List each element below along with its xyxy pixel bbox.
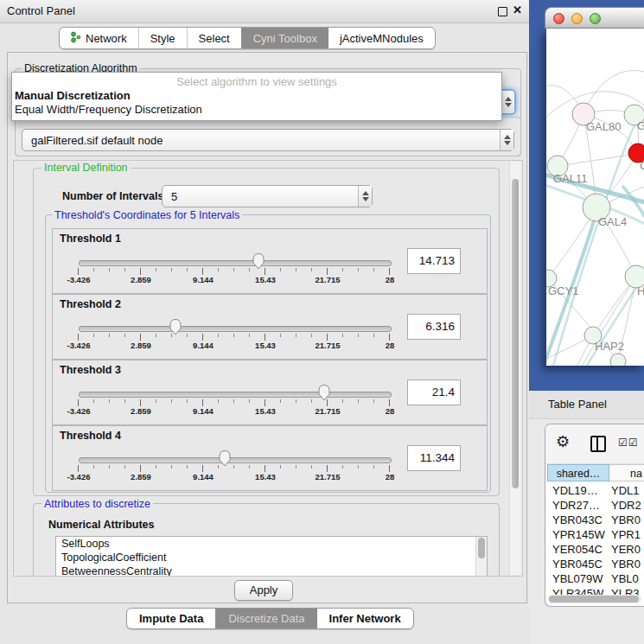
node-label: C bbox=[640, 159, 644, 172]
network-icon bbox=[71, 31, 81, 46]
threshold-label: Threshold 4 bbox=[60, 430, 121, 442]
threshold-3-panel: Threshold 3 -3.4262.8599.14415.4321.7152… bbox=[52, 360, 488, 425]
table-data-combobox[interactable]: galFiltered.sif default node bbox=[22, 129, 514, 151]
tick-label: 15.43 bbox=[255, 472, 276, 481]
threshold-1-panel: Threshold 1 -3.4262.8599.14415.4321.7152… bbox=[52, 228, 488, 294]
node-label: GAL11 bbox=[553, 172, 588, 185]
table-row[interactable]: YBR045CYBR0 bbox=[545, 557, 644, 571]
scrollbar-thumb[interactable] bbox=[512, 179, 519, 488]
tick-label: 28 bbox=[386, 275, 395, 284]
threshold-value-field[interactable]: 14.713 bbox=[407, 248, 461, 274]
network-window-titlebar[interactable] bbox=[545, 7, 644, 29]
threshold-value-field[interactable]: 6.316 bbox=[407, 314, 461, 340]
table-data-combo-value: galFiltered.sif default node bbox=[22, 134, 500, 147]
panel-title: Control Panel bbox=[7, 0, 75, 22]
tab-network[interactable]: Network bbox=[60, 28, 138, 48]
tick-label: 28 bbox=[386, 341, 395, 350]
attributes-legend: Attributes to discretize bbox=[41, 498, 153, 510]
network-node[interactable] bbox=[610, 354, 626, 366]
table-toolbar: ⚙ ☑☑ bbox=[545, 424, 644, 464]
threshold-label: Threshold 1 bbox=[60, 233, 121, 245]
threshold-slider[interactable] bbox=[79, 260, 392, 266]
tick-label: 9.144 bbox=[193, 472, 214, 481]
number-of-intervals-label: Number of Intervals bbox=[62, 190, 163, 202]
minimize-traffic-light-icon[interactable] bbox=[571, 13, 583, 24]
tick-label: 15.43 bbox=[255, 275, 276, 284]
bottom-tab-bar: Impute Data Discretize Data Infer Networ… bbox=[126, 608, 414, 629]
slider-thumb[interactable] bbox=[169, 318, 182, 335]
threshold-value-field[interactable]: 21.4 bbox=[407, 379, 461, 405]
popup-hint: Select algorithm to view settings bbox=[12, 75, 501, 88]
tick-label: 21.715 bbox=[315, 406, 340, 416]
gear-icon[interactable]: ⚙ bbox=[556, 432, 570, 451]
number-of-intervals-combobox[interactable]: 5 bbox=[162, 185, 373, 207]
table-row[interactable]: YPR145WYPR1 bbox=[545, 527, 644, 542]
scrollbar-thumb[interactable] bbox=[549, 596, 639, 603]
slider-ticks bbox=[78, 268, 391, 275]
threshold-slider[interactable] bbox=[79, 392, 392, 398]
threshold-value-field[interactable]: 11.344 bbox=[407, 445, 461, 471]
slider-thumb[interactable] bbox=[252, 252, 265, 270]
slider-ticks bbox=[78, 334, 391, 341]
column-header-shared-name[interactable]: shared… bbox=[547, 464, 609, 481]
tab-discretize-data[interactable]: Discretize Data bbox=[215, 609, 316, 628]
tick-label: 21.715 bbox=[315, 275, 340, 284]
combo-stepper-icon bbox=[500, 130, 513, 150]
node-label: H bbox=[637, 284, 644, 297]
table-rows: YDL19…YDL1YDR27…YDR2YBR043CYBR0YPR145WYP… bbox=[545, 483, 644, 596]
float-window-icon[interactable] bbox=[498, 7, 507, 16]
tick-label: 2.859 bbox=[131, 406, 151, 416]
slider-thumb[interactable] bbox=[218, 450, 232, 467]
tick-label: 21.715 bbox=[315, 472, 340, 481]
table-row[interactable]: YER054CYER0 bbox=[545, 542, 644, 557]
threshold-slider[interactable] bbox=[79, 326, 392, 332]
network-view[interactable]: GAL80G.CGAL11GAL4GCY1HHAP2 bbox=[546, 29, 644, 366]
slider-ticks bbox=[78, 465, 391, 472]
table-row[interactable]: YBL079WYBL0 bbox=[545, 571, 644, 586]
slider-ticks bbox=[78, 399, 391, 406]
attribute-item[interactable]: SelfLoops bbox=[56, 537, 487, 551]
zoom-traffic-light-icon[interactable] bbox=[590, 13, 601, 24]
panel-scrollbar[interactable] bbox=[509, 162, 521, 575]
numerical-attributes-list[interactable]: SelfLoopsTopologicalCoefficientBetweenne… bbox=[55, 536, 488, 577]
tick-label: 15.43 bbox=[255, 406, 276, 416]
tick-label: 2.859 bbox=[131, 275, 151, 284]
node-label: G. bbox=[637, 119, 644, 132]
list-scrollbar[interactable] bbox=[475, 537, 487, 577]
column-header-name[interactable]: na bbox=[609, 464, 644, 481]
tick-label: 21.715 bbox=[315, 341, 340, 350]
node-label: GAL80 bbox=[586, 120, 621, 133]
popup-item-equal-width-frequency[interactable]: Equal Width/Frequency Discretization bbox=[15, 103, 202, 116]
slider-tick-labels: -3.4262.8599.14415.4321.71528 bbox=[78, 472, 424, 483]
tab-jactivemnodules[interactable]: jActiveMNodules bbox=[328, 28, 435, 48]
tab-cyni-toolbox[interactable]: Cyni Toolbox bbox=[241, 28, 328, 48]
columns-icon[interactable] bbox=[590, 436, 606, 452]
attribute-item[interactable]: TopologicalCoefficient bbox=[56, 551, 487, 564]
close-traffic-light-icon[interactable] bbox=[553, 13, 564, 24]
tick-label: 2.859 bbox=[131, 341, 151, 350]
tab-impute-data[interactable]: Impute Data bbox=[127, 609, 215, 628]
slider-thumb[interactable] bbox=[317, 384, 331, 401]
network-canvas[interactable]: GAL80G.CGAL11GAL4GCY1HHAP2 bbox=[546, 29, 644, 366]
threshold-2-panel: Threshold 2 -3.4262.8599.14415.4321.7152… bbox=[52, 294, 488, 360]
tab-style[interactable]: Style bbox=[138, 28, 187, 48]
thresholds-legend: Threshold's Coordinates for 5 Intervals bbox=[52, 209, 242, 221]
node-label: GAL4 bbox=[598, 215, 627, 228]
select-columns-icon[interactable]: ☑☑ bbox=[618, 437, 639, 449]
table-hscrollbar[interactable] bbox=[548, 595, 641, 603]
table-row[interactable]: YDR27…YDR2 bbox=[545, 498, 644, 513]
tab-infer-network[interactable]: Infer Network bbox=[317, 609, 413, 628]
table-row[interactable]: YBR043CYBR0 bbox=[545, 513, 644, 527]
threshold-slider[interactable] bbox=[79, 457, 392, 463]
node-label: HAP2 bbox=[595, 340, 624, 353]
combo-stepper-icon bbox=[501, 91, 514, 113]
popup-item-manual-discretization[interactable]: Manual Discretization bbox=[15, 89, 131, 102]
close-icon[interactable]: ✕ bbox=[513, 3, 522, 16]
apply-button[interactable]: Apply bbox=[234, 580, 293, 601]
attribute-items: SelfLoopsTopologicalCoefficientBetweenne… bbox=[56, 537, 487, 577]
attribute-item[interactable]: BetweennessCentrality bbox=[56, 564, 487, 577]
table-row[interactable]: YDL19…YDL1 bbox=[545, 483, 644, 498]
tick-label: 28 bbox=[386, 472, 395, 481]
tab-select[interactable]: Select bbox=[187, 28, 241, 48]
slider-tick-labels: -3.4262.8599.14415.4321.71528 bbox=[78, 406, 424, 418]
